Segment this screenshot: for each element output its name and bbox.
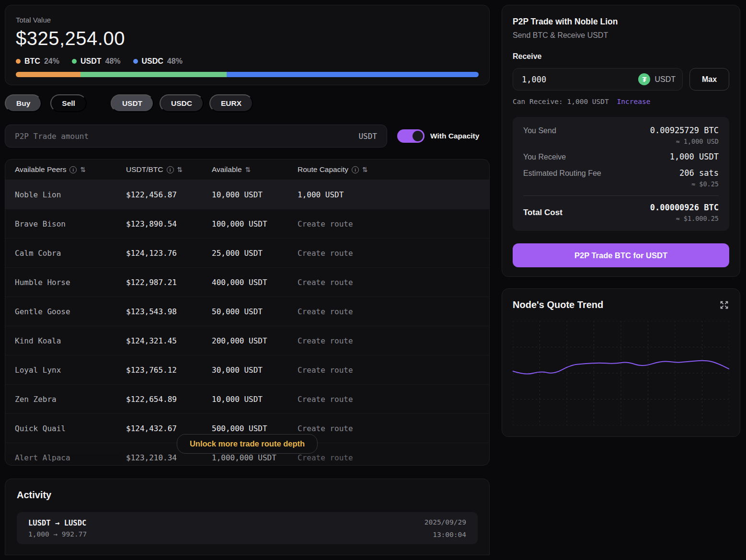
trade-summary: You Send 0.00925729 BTC ≈ 1,000 USD You … <box>513 117 729 231</box>
table-row[interactable]: Noble Lion $122,456.87 10,000 USDT 1,000… <box>5 180 489 209</box>
create-route-link[interactable]: Create route <box>298 424 480 433</box>
total-value-label: Total Value <box>16 16 479 24</box>
app-root: Total Value $325,254.00 BTC 24% USDT 48%… <box>0 0 746 560</box>
activity-title: Activity <box>17 490 478 501</box>
allocation-segment-usdt <box>80 72 226 77</box>
activity-date: 2025/09/29 <box>425 516 466 528</box>
column-usdt-btc[interactable]: USDT/BTC i ⇅ <box>126 165 212 174</box>
create-route-link[interactable]: Create route <box>298 278 480 287</box>
create-route-link[interactable]: Create route <box>298 219 480 229</box>
activity-pair: LUSDT → LUSDC <box>28 519 87 527</box>
peer-price: $123,210.34 <box>126 453 212 462</box>
allocation-bar <box>16 72 479 77</box>
peer-price: $123,765.12 <box>126 366 212 375</box>
peer-name: Quick Quail <box>15 424 126 433</box>
peer-name: Alert Alpaca <box>15 453 126 462</box>
sort-icon[interactable]: ⇅ <box>245 166 251 173</box>
peer-name: Noble Lion <box>15 190 126 199</box>
right-column: P2P Trade with Noble Lion Send BTC & Rec… <box>502 5 740 555</box>
table-row[interactable]: Kind Koala $124,321.45 200,000 USDT Crea… <box>5 326 489 355</box>
table-row[interactable]: Zen Zebra $122,654.89 10,000 USDT Create… <box>5 385 489 414</box>
column-label: Available <box>212 165 242 174</box>
summary-label: You Send <box>523 126 556 135</box>
btc-dot-icon <box>16 59 21 64</box>
summary-divider <box>523 195 719 196</box>
summary-row-routing-fee: Estimated Routing Fee 206 sats ≈ $0.25 <box>523 168 719 188</box>
info-icon[interactable]: i <box>167 166 174 173</box>
legend-label: USDT <box>80 57 102 66</box>
trade-amount-input[interactable] <box>15 132 358 141</box>
create-route-link[interactable]: Create route <box>298 366 480 375</box>
info-icon[interactable]: i <box>69 166 77 173</box>
tab-buy[interactable]: Buy <box>5 94 42 112</box>
toggle-knob <box>413 131 423 141</box>
create-route-link[interactable]: Create route <box>298 453 480 462</box>
peer-available: 100,000 USDT <box>212 219 298 229</box>
trade-amount-field: USDT <box>5 125 387 148</box>
info-icon[interactable]: i <box>352 166 359 173</box>
peer-available: 200,000 USDT <box>212 336 298 345</box>
activity-list-item[interactable]: LUSDT → LUSDC 1,000 → 992.77 2025/09/29 … <box>17 512 478 544</box>
peer-available: 10,000 USDT <box>212 190 298 199</box>
toggle-track[interactable] <box>397 129 425 143</box>
legend-item-usdt: USDT 48% <box>72 57 121 66</box>
amount-row: USDT With Capacity <box>5 125 490 148</box>
peer-price: $124,123.76 <box>126 249 212 258</box>
peers-table-card: Available Peers i ⇅ USDT/BTC i ⇅ Availab… <box>5 159 490 466</box>
increase-link[interactable]: Increase <box>617 98 651 105</box>
create-route-link[interactable]: Create route <box>298 395 480 404</box>
peer-available: 50,000 USDT <box>212 307 298 316</box>
expand-icon[interactable] <box>719 300 729 310</box>
column-available[interactable]: Available ⇅ <box>212 165 298 174</box>
max-button[interactable]: Max <box>689 68 729 91</box>
peer-available: 500,000 USDT <box>212 424 298 433</box>
table-row[interactable]: Humble Horse $122,987.21 400,000 USDT Cr… <box>5 268 489 297</box>
unlock-depth-tooltip[interactable]: Unlock more trade route depth <box>177 434 318 454</box>
summary-row-you-receive: You Receive 1,000 USDT <box>523 152 719 161</box>
peer-name: Loyal Lynx <box>15 366 126 375</box>
tab-usdc[interactable]: USDC <box>160 94 204 112</box>
peer-price: $122,654.89 <box>126 395 212 404</box>
column-label: Route Capacity <box>298 165 348 174</box>
column-route-capacity[interactable]: Route Capacity i ⇅ <box>298 165 480 174</box>
table-row[interactable]: Calm Cobra $124,123.76 25,000 USDT Creat… <box>5 239 489 268</box>
column-label: USDT/BTC <box>126 165 163 174</box>
sort-icon[interactable]: ⇅ <box>177 166 183 173</box>
left-column: Total Value $325,254.00 BTC 24% USDT 48%… <box>5 5 490 555</box>
peer-available: 400,000 USDT <box>212 278 298 287</box>
quote-trend-chart <box>513 321 729 427</box>
create-route-link[interactable]: Create route <box>298 249 480 258</box>
summary-row-total-cost: Total Cost 0.00000926 BTC ≈ $1.000.25 <box>523 203 719 222</box>
usdc-dot-icon <box>133 59 138 64</box>
p2p-trade-button[interactable]: P2P Trade BTC for USDT <box>513 243 729 267</box>
table-row[interactable]: Brave Bison $123,890.54 100,000 USDT Cre… <box>5 209 489 239</box>
total-value-amount: $325,254.00 <box>16 28 479 49</box>
legend-label: USDC <box>142 57 163 66</box>
receive-amount-field: ₮ USDT <box>513 68 683 91</box>
create-route-link[interactable]: Create route <box>298 307 480 316</box>
tab-usdt[interactable]: USDT <box>111 94 154 112</box>
peer-name: Zen Zebra <box>15 395 126 404</box>
table-row[interactable]: Loyal Lynx $123,765.12 30,000 USDT Creat… <box>5 355 489 385</box>
table-row[interactable]: Gentle Goose $123,543.98 50,000 USDT Cre… <box>5 297 489 326</box>
total-cost-value: 0.00000926 BTC <box>650 203 719 212</box>
legend-item-btc: BTC 24% <box>16 57 59 66</box>
tab-sell[interactable]: Sell <box>50 94 87 112</box>
sort-icon[interactable]: ⇅ <box>362 166 368 173</box>
with-capacity-toggle[interactable]: With Capacity <box>397 129 479 143</box>
summary-value: 206 sats <box>679 168 719 178</box>
summary-row-you-send: You Send 0.00925729 BTC ≈ 1,000 USD <box>523 126 719 145</box>
column-available-peers[interactable]: Available Peers i ⇅ <box>15 165 126 174</box>
peer-name: Gentle Goose <box>15 307 126 316</box>
quote-trend-card: Node's Quote Trend <box>502 288 740 437</box>
peer-name: Brave Bison <box>15 219 126 229</box>
summary-approx: ≈ 1,000 USD <box>650 137 719 145</box>
tab-eurx[interactable]: EURX <box>209 94 253 112</box>
summary-approx: ≈ $0.25 <box>679 180 719 188</box>
summary-label: You Receive <box>523 152 566 161</box>
receive-amount-input[interactable] <box>522 75 638 84</box>
peer-name: Kind Koala <box>15 336 126 345</box>
can-receive-line: Can Receive: 1,000 USDT Increase <box>513 98 729 105</box>
sort-icon[interactable]: ⇅ <box>80 166 86 173</box>
create-route-link[interactable]: Create route <box>298 336 480 345</box>
